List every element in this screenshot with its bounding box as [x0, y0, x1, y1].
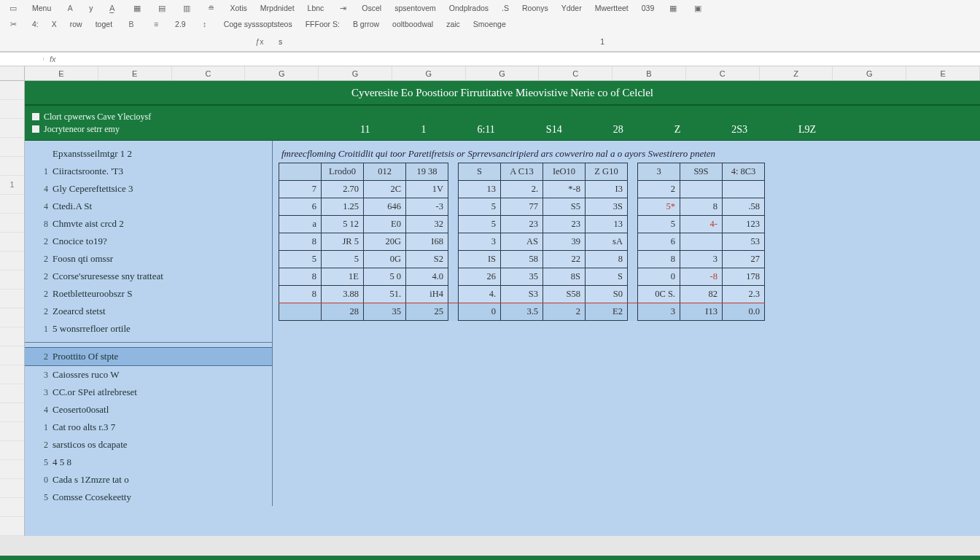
grid-icon[interactable]: ▦: [667, 2, 679, 14]
row-header[interactable]: [0, 100, 24, 119]
col-header[interactable]: G: [833, 66, 906, 80]
row-header[interactable]: [0, 157, 24, 176]
ribbon-item[interactable]: toget: [96, 20, 112, 28]
ribbon-item[interactable]: Smoenge: [473, 20, 506, 28]
ribbon-item[interactable]: Ondplrados: [449, 4, 489, 12]
cell[interactable]: -8: [680, 268, 723, 286]
list-item[interactable]: 0Cada s 1Zmzre tat o: [25, 471, 272, 489]
cell[interactable]: 23: [543, 216, 586, 233]
cell[interactable]: 22: [543, 251, 586, 268]
doc-icon[interactable]: ▭: [7, 2, 19, 14]
list-item[interactable]: 2sarsticos os dcapate: [25, 436, 272, 454]
cell[interactable]: 5: [459, 216, 501, 233]
col-label[interactable]: 3: [638, 163, 680, 181]
col-header[interactable]: Z: [760, 66, 833, 80]
ribbon-item[interactable]: spsentovem: [394, 4, 436, 12]
list-item[interactable]: 1Ciiractsroonte. 'T3: [25, 163, 272, 180]
cell[interactable]: 2.3: [723, 286, 765, 303]
cell[interactable]: 4.0: [406, 268, 448, 286]
ribbon-item[interactable]: zaic: [446, 20, 460, 28]
col-label[interactable]: IeO10: [543, 163, 586, 181]
cell[interactable]: 3: [459, 233, 501, 251]
cell[interactable]: 0G: [364, 251, 406, 268]
table-row[interactable]: 83.8851.iH44.S3S58S00C S.822.3: [279, 286, 765, 303]
cell[interactable]: 82: [680, 286, 723, 303]
ribbon-item[interactable]: Menu: [32, 4, 51, 12]
clip-icon[interactable]: ✂: [7, 18, 19, 30]
cell[interactable]: 6: [638, 233, 680, 251]
sheet-grid[interactable]: Cyveresite Eo Poostioor Firrutitative Mi…: [25, 81, 980, 536]
col-label[interactable]: 012: [364, 163, 406, 181]
col-label[interactable]: A C13: [501, 163, 543, 181]
box-icon[interactable]: ▦: [131, 2, 143, 14]
cell[interactable]: iH4: [406, 286, 448, 303]
col-header[interactable]: G: [466, 66, 540, 80]
list-item[interactable]: 2Proottito Of stpte: [25, 347, 272, 366]
row-header[interactable]: [0, 460, 24, 479]
row-header[interactable]: [0, 479, 24, 498]
list-item[interactable]: 54 5 8: [25, 454, 272, 471]
row-header[interactable]: [0, 119, 24, 138]
ribbon-item[interactable]: ooltboodwal: [392, 20, 433, 28]
fx-icon[interactable]: ƒx: [254, 36, 265, 47]
row-header[interactable]: [0, 252, 24, 271]
cell[interactable]: 123: [723, 216, 765, 233]
col-header[interactable]: C: [686, 66, 760, 80]
cell[interactable]: I3: [586, 181, 628, 198]
list-item[interactable]: 4Ceoserto0osatl: [25, 401, 272, 419]
box3-icon[interactable]: ▥: [181, 2, 192, 14]
cell[interactable]: 5 0: [364, 268, 406, 286]
ribbon-item[interactable]: Oscel: [362, 4, 381, 12]
list-item[interactable]: 15 wonsrrefloer ortile: [25, 320, 272, 338]
row-header[interactable]: [0, 384, 24, 403]
col-header[interactable]: C: [172, 66, 246, 80]
ribbon-item[interactable]: Roonys: [522, 4, 548, 12]
under-icon[interactable]: A̲: [106, 2, 118, 14]
ribbon-item[interactable]: X: [52, 20, 57, 28]
row-header[interactable]: [0, 81, 24, 100]
list-item[interactable]: 3CC.or SPei atlrebreset: [25, 384, 272, 401]
ribbon-item[interactable]: Ydder: [561, 4, 582, 12]
row-header[interactable]: [0, 346, 24, 365]
cell[interactable]: 8S: [543, 268, 586, 286]
cell[interactable]: 5: [322, 251, 364, 268]
cell[interactable]: 5*: [638, 198, 680, 216]
data-table[interactable]: Lrodo001219 38SA C13IeO10Z G103S9S4: 8C3…: [279, 163, 765, 321]
row-header[interactable]: [0, 498, 24, 517]
row-header[interactable]: [0, 422, 24, 441]
cell[interactable]: 8: [638, 251, 680, 268]
row-header[interactable]: [0, 233, 24, 252]
cell[interactable]: 4.: [459, 286, 501, 303]
list-item[interactable]: 1Cat roo alts r.3 7: [25, 419, 272, 436]
cell[interactable]: 1E: [322, 268, 364, 286]
list-item[interactable]: 8Chmvte aist crcd 2: [25, 215, 272, 233]
ribbon-item[interactable]: Lbnc: [308, 4, 324, 12]
list-item[interactable]: 3Caiossres ruco W: [25, 366, 272, 384]
cell[interactable]: 3.88: [322, 286, 364, 303]
row-header[interactable]: [0, 441, 24, 460]
col-label[interactable]: Z G10: [586, 163, 628, 181]
layout-icon[interactable]: ▣: [692, 2, 704, 14]
list-item[interactable]: 2Zoearcd stetst: [25, 303, 272, 320]
row-header[interactable]: [0, 195, 24, 214]
bold-icon[interactable]: B: [125, 18, 137, 30]
col-header[interactable]: G: [245, 66, 319, 80]
row-header[interactable]: [0, 289, 24, 308]
col-header[interactable]: E: [98, 66, 172, 80]
align-icon[interactable]: ≡: [150, 18, 162, 30]
cell[interactable]: 53: [723, 233, 765, 251]
list-item[interactable]: 2Roetbletteuroobszr S: [25, 285, 272, 303]
cell[interactable]: 1V: [406, 181, 448, 198]
col-label[interactable]: S: [459, 163, 501, 181]
cell[interactable]: 26: [459, 268, 501, 286]
list-item[interactable]: Epxanstsseilmtgr 1 2: [25, 145, 272, 163]
col-label[interactable]: Lrodo0: [322, 163, 364, 181]
cell[interactable]: S0: [586, 286, 628, 303]
list-item[interactable]: 2Cnocice to19?: [25, 233, 272, 250]
cell[interactable]: .58: [723, 198, 765, 216]
cell[interactable]: [680, 181, 723, 198]
cell[interactable]: 0: [638, 268, 680, 286]
formula-input[interactable]: [62, 58, 980, 61]
ribbon-item[interactable]: y: [89, 4, 93, 12]
box2-icon[interactable]: ▤: [156, 2, 168, 14]
